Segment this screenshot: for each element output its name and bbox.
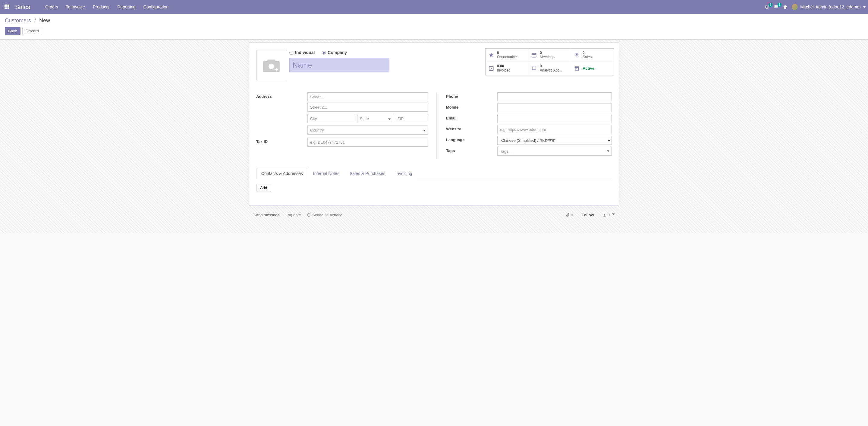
attachments-num: 0 [571, 213, 573, 217]
brand-title: Sales [15, 4, 30, 10]
tags-input[interactable] [497, 147, 612, 156]
stat-buttons: 0Opportunities 0Meetings 0Sales 0.00Invo… [485, 48, 614, 76]
schedule-activity-button[interactable]: Schedule activity [307, 213, 342, 217]
radio-dot-icon [289, 51, 293, 55]
follow-button[interactable]: Follow [582, 213, 594, 217]
messages-badge: 1 [778, 3, 782, 7]
email-label: Email [446, 114, 497, 120]
radio-label: Individual [295, 50, 315, 55]
svg-rect-6 [4, 8, 6, 9]
radio-company[interactable]: Company [322, 50, 347, 55]
stat-meetings[interactable]: 0Meetings [528, 49, 571, 62]
attachments-count[interactable]: 0 [566, 213, 573, 217]
debug-icon[interactable] [783, 4, 787, 9]
svg-rect-5 [8, 6, 9, 7]
breadcrumb-parent[interactable]: Customers [5, 18, 31, 24]
stat-label: Sales [583, 55, 592, 59]
stat-val: 0 [583, 51, 592, 55]
stat-analytic[interactable]: 0Analytic Acc... [528, 62, 571, 75]
svg-rect-2 [8, 4, 9, 6]
nav-item-products[interactable]: Products [90, 3, 113, 11]
user-name: Mitchell Admin (odoo12_edemo) [800, 4, 861, 9]
website-input[interactable] [497, 125, 612, 134]
add-contact-button[interactable]: Add [256, 184, 271, 192]
stat-sales[interactable]: 0Sales [571, 49, 614, 62]
phone-label: Phone [446, 92, 497, 98]
tab-internal-notes[interactable]: Internal Notes [308, 168, 344, 179]
nav-item-configuration[interactable]: Configuration [141, 3, 172, 11]
messages-icon[interactable]: 1 [774, 4, 778, 9]
city-input[interactable] [307, 114, 355, 123]
taxid-input[interactable] [307, 138, 428, 147]
image-upload[interactable] [256, 50, 286, 80]
svg-rect-8 [8, 8, 9, 9]
apps-icon[interactable] [2, 2, 11, 11]
tab-contacts[interactable]: Contacts & Addresses [256, 168, 308, 179]
stat-val: 0 [540, 64, 562, 68]
save-button[interactable]: Save [5, 27, 21, 35]
stat-label: Analytic Acc... [540, 68, 562, 73]
name-input[interactable] [289, 58, 390, 73]
nav-item-reporting[interactable]: Reporting [114, 3, 138, 11]
svg-rect-7 [6, 8, 7, 9]
stat-active[interactable]: Active [571, 62, 614, 75]
followers-count[interactable]: 0 [602, 213, 615, 217]
svg-rect-3 [4, 6, 6, 7]
email-input[interactable] [497, 114, 612, 123]
address-label: Address [256, 92, 307, 98]
activities-badge: 5 [769, 3, 773, 7]
stat-val: 0.00 [497, 64, 510, 68]
mobile-input[interactable] [497, 103, 612, 112]
svg-rect-10 [532, 54, 536, 57]
activities-icon[interactable]: 5 [765, 4, 770, 9]
user-menu[interactable]: Mitchell Admin (odoo12_edemo) [792, 4, 866, 10]
svg-rect-1 [6, 4, 7, 6]
language-select[interactable]: Chinese (Simplified) / 简体中文 [497, 136, 612, 145]
state-input[interactable] [357, 114, 393, 123]
street2-input[interactable] [307, 103, 428, 112]
archive-icon [574, 66, 580, 71]
street-input[interactable] [307, 92, 428, 102]
schedule-label: Schedule activity [312, 213, 342, 217]
stat-active-label: Active [583, 66, 594, 70]
stat-val: 0 [540, 51, 555, 55]
caret-down-icon [612, 214, 615, 215]
mobile-label: Mobile [446, 103, 497, 110]
tab-invoicing[interactable]: Invoicing [390, 168, 417, 179]
phone-input[interactable] [497, 92, 612, 102]
discard-button[interactable]: Discard [22, 27, 42, 35]
control-panel: Customers / New Save Discard [0, 14, 868, 39]
stat-label: Invoiced [497, 68, 510, 73]
chatter: Send message Log note Schedule activity … [249, 209, 619, 221]
country-input[interactable] [307, 125, 428, 135]
nav-item-to-invoice[interactable]: To Invoice [63, 3, 88, 11]
stat-invoiced[interactable]: 0.00Invoiced [486, 62, 528, 75]
stat-label: Opportunities [497, 55, 518, 59]
send-message-button[interactable]: Send message [253, 213, 280, 217]
breadcrumb-current: New [39, 18, 50, 24]
form-sheet: 0Opportunities 0Meetings 0Sales 0.00Invo… [249, 42, 619, 205]
breadcrumb-sep: / [34, 18, 36, 24]
svg-point-17 [604, 214, 605, 215]
stat-val: 0 [497, 51, 518, 55]
tags-label: Tags [446, 147, 497, 153]
avatar [792, 4, 798, 10]
calendar-icon [531, 53, 537, 58]
taxid-label: Tax ID [256, 138, 307, 144]
nav-right: 5 1 Mitchell Admin (odoo12_edemo) [765, 4, 866, 10]
company-type-radio: Individual Company [289, 50, 390, 55]
zip-input[interactable] [395, 114, 428, 123]
radio-dot-icon [322, 51, 326, 55]
radio-label: Company [328, 50, 347, 55]
nav-item-orders[interactable]: Orders [42, 3, 61, 11]
nav-menu: Orders To Invoice Products Reporting Con… [42, 3, 172, 11]
log-note-button[interactable]: Log note [286, 213, 301, 217]
tab-sales-purchases[interactable]: Sales & Purchases [344, 168, 390, 179]
stat-label: Meetings [540, 55, 555, 59]
stat-opportunities[interactable]: 0Opportunities [486, 49, 528, 62]
website-label: Website [446, 125, 497, 131]
svg-rect-0 [4, 4, 6, 6]
language-label: Language [446, 136, 497, 142]
radio-individual[interactable]: Individual [289, 50, 315, 55]
book-icon [531, 66, 537, 71]
